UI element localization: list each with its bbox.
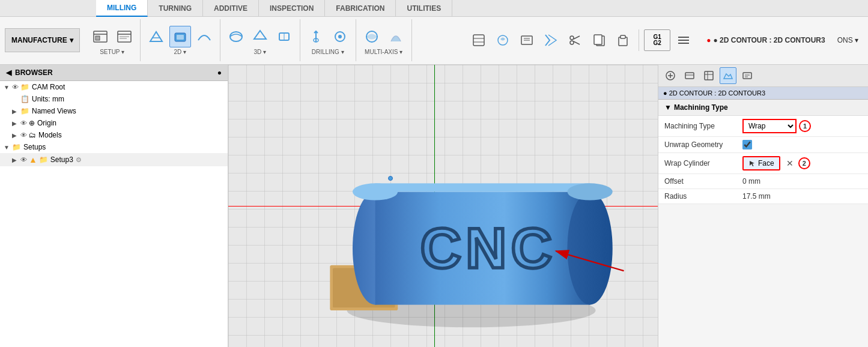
svg-text:CNC: CNC [420, 217, 556, 280]
tab-additive[interactable]: ADDITIVE [203, 0, 259, 17]
right-icon-paste[interactable] [612, 29, 634, 51]
toolbar-row: MANUFACTURE ▾ SETUP ▾ [0, 17, 868, 64]
drilling-icon-1[interactable] [305, 26, 327, 47]
browser-close-icon[interactable]: ● [217, 68, 222, 77]
tab-turning[interactable]: TURNING [148, 0, 203, 17]
tree-origin[interactable]: ▶ 👁 ⊕ Origin [0, 117, 228, 129]
right-icon-2[interactable] [492, 29, 514, 51]
svg-line-26 [574, 36, 580, 39]
2d-icon-3[interactable] [193, 26, 215, 47]
tree-units[interactable]: 📋 Units: mm [0, 93, 228, 105]
tab-bar: MILLING TURNING ADDITIVE INSPECTION FABR… [0, 0, 868, 17]
svg-point-40 [567, 192, 612, 304]
3d-icons [225, 26, 295, 47]
right-icon-1[interactable] [468, 29, 490, 51]
right-icon-scissors[interactable] [564, 29, 586, 51]
cam-root-label: CAM Root [32, 83, 65, 91]
ons-label[interactable]: ONS ▾ [833, 36, 863, 44]
arrow-left-icon: ◀ [6, 68, 11, 77]
tab-utilities[interactable]: UTILITIES [396, 0, 452, 17]
machining-type-section[interactable]: ▼ Machining Type [658, 100, 868, 116]
multiaxis-label[interactable]: MULTI-AXIS ▾ [365, 49, 402, 55]
svg-rect-2 [96, 36, 100, 40]
radius-value: 17.5 mm [742, 192, 862, 201]
panel-tool-2[interactable] [681, 67, 698, 84]
2d-label[interactable]: 2D ▾ [174, 49, 186, 55]
tree-models[interactable]: ▶ 👁 🗂 Models [0, 129, 228, 141]
setup-icon-1[interactable] [90, 26, 111, 47]
panel-header-bar: ● 2D CONTOUR : 2D CONTOUR3 [658, 87, 868, 100]
drilling-icon-2[interactable] [329, 26, 351, 47]
3d-icon-2[interactable] [249, 26, 271, 47]
panel-tool-1[interactable] [662, 67, 679, 84]
right-icon-3[interactable] [516, 29, 538, 51]
3d-icon-3[interactable] [273, 26, 295, 47]
tab-inspection[interactable]: INSPECTION [259, 0, 325, 17]
eye-icon-setup3[interactable]: 👁 [20, 156, 27, 163]
3d-label[interactable]: 3D ▾ [253, 49, 266, 55]
panel-tool-3[interactable] [700, 67, 717, 84]
2d-icon-1[interactable] [145, 26, 167, 47]
manufacture-button[interactable]: MANUFACTURE ▾ [5, 28, 80, 52]
vertex-point [388, 176, 393, 181]
wrap-cylinder-badge-2: 2 [798, 157, 810, 169]
svg-point-10 [230, 32, 242, 41]
browser-title-text: BROWSER [15, 68, 53, 77]
offset-text: 0 mm [742, 177, 760, 186]
multiaxis-icon-1[interactable] [361, 26, 383, 47]
property-radius: Radius 17.5 mm [658, 189, 868, 204]
tool-group-multiaxis: MULTI-AXIS ▾ [356, 19, 412, 61]
menu-icon[interactable] [673, 29, 694, 51]
tool-group-3d: 3D ▾ [220, 19, 300, 61]
tab-fabrication[interactable]: FABRICATION [325, 0, 396, 17]
right-icon-copy[interactable] [588, 29, 610, 51]
3d-icon-1[interactable] [225, 26, 247, 47]
machining-type-label: Machining Type [664, 122, 742, 130]
section-title: Machining Type [674, 103, 728, 112]
svg-point-15 [338, 35, 342, 38]
eye-icon-origin[interactable]: 👁 [20, 119, 27, 127]
cnc-scene-svg: CNC [228, 65, 658, 347]
setup-icon-2[interactable] [114, 26, 135, 47]
svg-point-25 [570, 41, 574, 44]
svg-line-27 [574, 41, 580, 44]
section-expand-icon: ▼ [664, 103, 672, 112]
tree-setups[interactable]: ▼ 📁 Setups [0, 141, 228, 153]
unwrap-geometry-value [742, 140, 862, 149]
drilling-icons [305, 26, 351, 47]
tab-milling[interactable]: MILLING [96, 0, 148, 17]
panel-header-text: ● 2D CONTOUR : 2D CONTOUR3 [663, 89, 765, 97]
panel-tool-5[interactable] [739, 67, 756, 84]
eye-icon[interactable]: 👁 [12, 83, 19, 91]
eye-icon-models[interactable]: 👁 [20, 131, 27, 139]
multiaxis-icons [361, 26, 407, 47]
tree-setup3[interactable]: ▶ 👁 ▲ 📁 Setup3 ⚙ [0, 153, 228, 166]
2d-icon-active[interactable] [169, 26, 191, 47]
chevron-down-icon: ▾ [70, 36, 73, 44]
multiaxis-icon-2[interactable] [385, 26, 407, 47]
unwrap-geometry-checkbox[interactable] [742, 140, 752, 149]
browser-title: ◀ BROWSER [6, 68, 53, 77]
panel-toolbar [658, 65, 868, 87]
tree-cam-root[interactable]: ▼ 👁 📁 CAM Root [0, 81, 228, 93]
g1g2-icon[interactable]: G1G2 [644, 29, 670, 51]
drilling-label[interactable]: DRILLING ▾ [312, 49, 344, 55]
main-content: ◀ BROWSER ● ▼ 👁 📁 CAM Root 📋 Units: mm ▶… [0, 65, 868, 347]
svg-rect-50 [685, 73, 694, 79]
named-views-label: Named Views [32, 107, 76, 115]
svg-rect-55 [743, 73, 751, 79]
face-clear-icon[interactable]: ✕ [786, 158, 794, 168]
machining-type-badge-1: 1 [799, 120, 811, 132]
svg-point-24 [570, 36, 574, 40]
svg-rect-17 [473, 35, 484, 46]
origin-label: Origin [37, 119, 56, 127]
setup-gear-icon: ⚙ [76, 156, 82, 164]
face-button[interactable]: Face [742, 156, 780, 170]
machining-type-select[interactable]: Wrap Standard 4-axis [742, 119, 797, 133]
right-icon-4[interactable] [540, 29, 562, 51]
tree-named-views[interactable]: ▶ 📁 Named Views [0, 105, 228, 117]
offset-label: Offset [664, 177, 742, 186]
panel-tool-4[interactable] [720, 67, 736, 84]
setups-label: Setups [23, 143, 46, 151]
setup-label[interactable]: SETUP ▾ [100, 49, 124, 55]
